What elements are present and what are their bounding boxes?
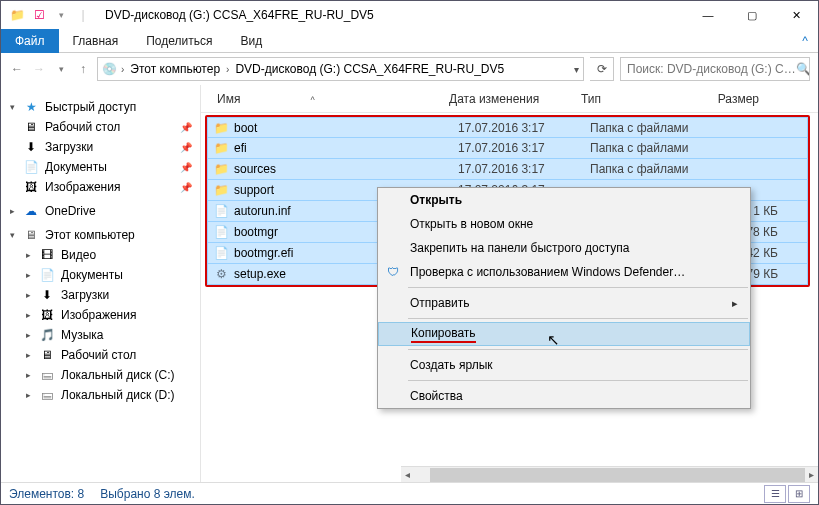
sidebar-item-music[interactable]: ▸🎵Музыка bbox=[1, 325, 200, 345]
pin-icon: 📌 bbox=[180, 142, 192, 153]
chevron-right-icon[interactable]: ▸ bbox=[23, 310, 33, 320]
tab-home[interactable]: Главная bbox=[59, 30, 133, 52]
ctx-свойства[interactable]: Свойства bbox=[378, 384, 750, 408]
scroll-right-icon[interactable]: ▸ bbox=[805, 469, 818, 480]
sidebar-item-label: Видео bbox=[61, 248, 96, 262]
ribbon-expand-icon[interactable]: ^ bbox=[792, 34, 818, 48]
documents-icon: 📄 bbox=[23, 159, 39, 175]
sidebar-item-drive-c[interactable]: ▸🖴Локальный диск (C:) bbox=[1, 365, 200, 385]
view-details-button[interactable]: ☰ bbox=[764, 485, 786, 503]
up-button[interactable]: ↑ bbox=[75, 61, 91, 77]
sort-asc-icon: ^ bbox=[310, 95, 314, 105]
maximize-button[interactable]: ▢ bbox=[730, 1, 774, 29]
tab-share[interactable]: Поделиться bbox=[132, 30, 226, 52]
column-headers[interactable]: Имя^ Дата изменения Тип Размер bbox=[201, 85, 818, 113]
folder-icon: 📁 bbox=[212, 140, 230, 156]
drive-icon: 🖴 bbox=[39, 367, 55, 383]
minimize-button[interactable]: — bbox=[686, 1, 730, 29]
pc-icon: 🖥 bbox=[23, 227, 39, 243]
search-box[interactable]: Поиск: DVD-дисковод (G:) C… 🔍 bbox=[620, 57, 810, 81]
close-button[interactable]: ✕ bbox=[774, 1, 818, 29]
ctx-открыть[interactable]: Открыть bbox=[378, 188, 750, 212]
checkbox-icon[interactable]: ☑ bbox=[31, 7, 47, 23]
ctx-создать-ярлык[interactable]: Создать ярлык bbox=[378, 353, 750, 377]
sidebar-item-documents[interactable]: 📄Документы📌 bbox=[1, 157, 200, 177]
downloads-icon: ⬇ bbox=[39, 287, 55, 303]
ctx-копировать[interactable]: Копировать bbox=[378, 322, 750, 346]
file-tab[interactable]: Файл bbox=[1, 29, 59, 53]
ctx-открыть-в-новом-окне[interactable]: Открыть в новом окне bbox=[378, 212, 750, 236]
horizontal-scrollbar[interactable]: ◂ ▸ bbox=[401, 466, 818, 482]
ctx-проверка-с-использованием-windows-defender-[interactable]: 🛡Проверка с использованием Windows Defen… bbox=[378, 260, 750, 284]
qat-dropdown-icon[interactable]: ▾ bbox=[53, 7, 69, 23]
chevron-right-icon[interactable]: ▸ bbox=[23, 330, 33, 340]
col-name[interactable]: Имя bbox=[217, 92, 240, 106]
ctx-label: Копировать bbox=[411, 326, 476, 343]
scrollbar-thumb[interactable] bbox=[430, 468, 805, 482]
table-row[interactable]: 📁boot17.07.2016 3:17Папка с файлами bbox=[207, 117, 808, 138]
separator bbox=[408, 380, 748, 381]
sidebar-item-desktop[interactable]: ▸🖥Рабочий стол bbox=[1, 345, 200, 365]
sidebar-item-label: Рабочий стол bbox=[61, 348, 136, 362]
sidebar-onedrive[interactable]: ▸ ☁ OneDrive bbox=[1, 201, 200, 221]
downloads-icon: ⬇ bbox=[23, 139, 39, 155]
ctx-label: Создать ярлык bbox=[410, 358, 493, 372]
address-bar[interactable]: 💿 › Этот компьютер › DVD-дисковод (G:) C… bbox=[97, 57, 584, 81]
chevron-right-icon[interactable]: ▸ bbox=[23, 290, 33, 300]
onedrive-icon: ☁ bbox=[23, 203, 39, 219]
sidebar-item-desktop[interactable]: 🖥Рабочий стол📌 bbox=[1, 117, 200, 137]
chevron-right-icon[interactable]: ▸ bbox=[23, 350, 33, 360]
ctx-label: Свойства bbox=[410, 389, 463, 403]
file-name: sources bbox=[230, 162, 458, 176]
tab-view[interactable]: Вид bbox=[226, 30, 276, 52]
chevron-right-icon[interactable]: ▸ bbox=[23, 390, 33, 400]
sidebar-item-pictures[interactable]: 🖼Изображения📌 bbox=[1, 177, 200, 197]
ctx-закрепить-на-панели-быстрого-доступа[interactable]: Закрепить на панели быстрого доступа bbox=[378, 236, 750, 260]
shield-icon: 🛡 bbox=[384, 263, 402, 281]
star-icon: ★ bbox=[23, 99, 39, 115]
ribbon: Файл Главная Поделиться Вид ^ bbox=[1, 29, 818, 53]
table-row[interactable]: 📁sources17.07.2016 3:17Папка с файлами bbox=[207, 159, 808, 180]
addr-dropdown-icon[interactable]: ▾ bbox=[574, 64, 579, 75]
sidebar-item-drive-d[interactable]: ▸🖴Локальный диск (D:) bbox=[1, 385, 200, 405]
col-date[interactable]: Дата изменения bbox=[441, 92, 573, 106]
sidebar-quick-access[interactable]: ▾ ★ Быстрый доступ bbox=[1, 97, 200, 117]
scroll-left-icon[interactable]: ◂ bbox=[401, 469, 414, 480]
chevron-down-icon[interactable]: ▾ bbox=[7, 102, 17, 112]
pin-icon: 📌 bbox=[180, 162, 192, 173]
status-count: Элементов: 8 bbox=[9, 487, 84, 501]
col-type[interactable]: Тип bbox=[573, 92, 701, 106]
sidebar-this-pc[interactable]: ▾ 🖥 Этот компьютер bbox=[1, 225, 200, 245]
ctx-отправить[interactable]: Отправить▸ bbox=[378, 291, 750, 315]
sidebar-item-label: OneDrive bbox=[45, 204, 96, 218]
sidebar-item-downloads[interactable]: ⬇Загрузки📌 bbox=[1, 137, 200, 157]
file-type: Папка с файлами bbox=[590, 121, 718, 135]
chevron-right-icon[interactable]: ▸ bbox=[23, 250, 33, 260]
sidebar-item-label: Локальный диск (C:) bbox=[61, 368, 175, 382]
breadcrumb-leaf[interactable]: DVD-дисковод (G:) CCSA_X64FRE_RU-RU_DV5 bbox=[233, 62, 506, 76]
recent-dropdown-icon[interactable]: ▾ bbox=[53, 61, 69, 77]
sidebar-item-pictures[interactable]: ▸🖼Изображения bbox=[1, 305, 200, 325]
pin-icon: 📌 bbox=[180, 182, 192, 193]
back-button[interactable]: ← bbox=[9, 61, 25, 77]
sidebar-item-videos[interactable]: ▸🎞Видео bbox=[1, 245, 200, 265]
breadcrumb-root[interactable]: Этот компьютер bbox=[128, 62, 222, 76]
sidebar-item-downloads[interactable]: ▸⬇Загрузки bbox=[1, 285, 200, 305]
desktop-icon: 🖥 bbox=[23, 119, 39, 135]
sidebar-item-label: Этот компьютер bbox=[45, 228, 135, 242]
navbar: ← → ▾ ↑ 💿 › Этот компьютер › DVD-дисково… bbox=[1, 53, 818, 85]
col-size[interactable]: Размер bbox=[701, 92, 767, 106]
chevron-down-icon[interactable]: ▾ bbox=[7, 230, 17, 240]
chevron-right-icon[interactable]: ▸ bbox=[7, 206, 17, 216]
chevron-right-icon[interactable]: ▸ bbox=[23, 370, 33, 380]
forward-button[interactable]: → bbox=[31, 61, 47, 77]
refresh-button[interactable]: ⟳ bbox=[590, 57, 614, 81]
table-row[interactable]: 📁efi17.07.2016 3:17Папка с файлами bbox=[207, 138, 808, 159]
file-icon: 📄 bbox=[212, 203, 230, 219]
search-placeholder: Поиск: DVD-дисковод (G:) C… bbox=[627, 62, 796, 76]
view-icons-button[interactable]: ⊞ bbox=[788, 485, 810, 503]
sidebar-item-documents[interactable]: ▸📄Документы bbox=[1, 265, 200, 285]
chevron-right-icon[interactable]: ▸ bbox=[23, 270, 33, 280]
folder-icon: 📁 bbox=[212, 120, 230, 136]
chevron-right-icon: ▸ bbox=[732, 297, 738, 310]
